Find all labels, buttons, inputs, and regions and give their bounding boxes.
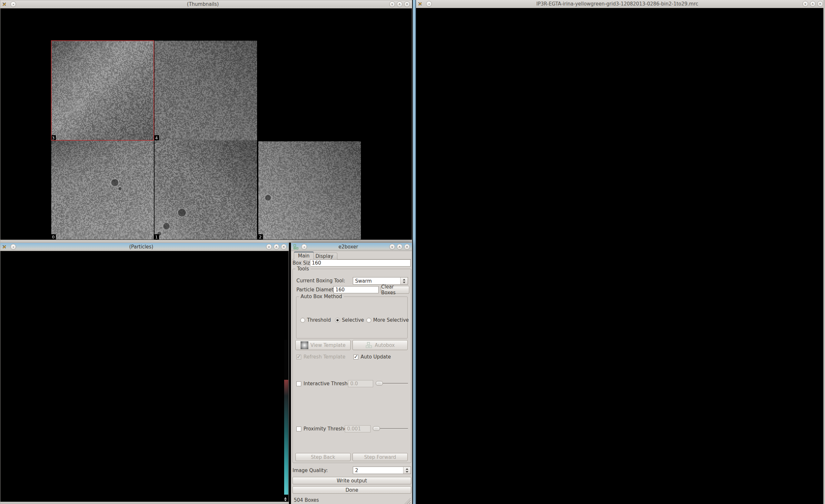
window-menu-button[interactable] bbox=[10, 244, 16, 250]
particles-window-title: (Particles) bbox=[20, 244, 263, 250]
particles-scroll-arrows[interactable] bbox=[284, 497, 287, 501]
radio-more-selective[interactable]: More Selective bbox=[366, 317, 409, 323]
micrograph-window: ✕ IP3R-EGTA-irina-yellowgreen-grid3-1208… bbox=[413, 0, 825, 504]
proximity-threshold-label: Proximity Threshold bbox=[303, 426, 352, 432]
spinner-arrows-icon[interactable] bbox=[400, 278, 408, 284]
maximize-button[interactable]: ∧ bbox=[810, 1, 816, 7]
maximize-button[interactable]: ∧ bbox=[274, 244, 279, 250]
maximize-button[interactable]: ∧ bbox=[397, 1, 402, 7]
more-selective-radio[interactable] bbox=[366, 318, 371, 323]
radio-selective[interactable]: Selective bbox=[335, 317, 364, 323]
window-menu-button[interactable] bbox=[10, 1, 16, 7]
micrograph-titlebar[interactable]: ✕ IP3R-EGTA-irina-yellowgreen-grid3-1208… bbox=[416, 0, 825, 8]
thumbnails-titlebar[interactable]: ✕ (Thumbnails) ∨ ∧ × bbox=[0, 0, 412, 8]
tab-main[interactable]: Main bbox=[294, 252, 314, 260]
template-blob-icon bbox=[301, 341, 308, 349]
box-size-input[interactable]: 160 bbox=[310, 260, 410, 267]
selective-radio-label: Selective bbox=[342, 317, 364, 323]
tab-display[interactable]: Display bbox=[311, 253, 338, 260]
minimize-button[interactable]: ∨ bbox=[266, 244, 272, 250]
particles-window: ✕ (Particles) ∨ ∧ × bbox=[0, 243, 289, 504]
auto-box-method-label: Auto Box Method bbox=[299, 294, 344, 299]
minimize-button[interactable]: ∨ bbox=[389, 244, 395, 250]
close-button[interactable]: × bbox=[404, 244, 410, 250]
refresh-template-checkbox[interactable] bbox=[296, 355, 301, 359]
particle-diameter-input[interactable]: 160 bbox=[333, 286, 379, 293]
proximity-threshold-value[interactable]: 0.001 bbox=[345, 425, 371, 432]
micrograph-image[interactable] bbox=[435, 78, 801, 432]
interactive-threshold-label: Interactive Threshold bbox=[303, 381, 355, 386]
radio-threshold[interactable]: Threshold bbox=[300, 317, 331, 323]
auto-update-checkbox[interactable] bbox=[354, 355, 358, 359]
step-forward-button[interactable]: Step Forward bbox=[353, 453, 408, 461]
clear-boxes-button[interactable]: Clear Boxes bbox=[381, 286, 409, 294]
micrograph-window-title: IP3R-EGTA-irina-yellowgreen-grid3-120820… bbox=[435, 1, 799, 7]
image-quality-value: 2 bbox=[355, 467, 358, 473]
proximity-threshold-slider[interactable] bbox=[373, 426, 408, 431]
window-menu-button[interactable] bbox=[301, 244, 307, 250]
selective-radio[interactable] bbox=[335, 318, 340, 323]
more-selective-radio-label: More Selective bbox=[373, 317, 409, 323]
refresh-template-row[interactable]: Refresh Template bbox=[296, 354, 346, 359]
e2boxer-app-icon bbox=[293, 243, 299, 250]
close-button[interactable]: × bbox=[817, 1, 823, 7]
current-boxing-tool-row: Current Boxing Tool: bbox=[296, 277, 345, 284]
close-button[interactable]: × bbox=[281, 244, 287, 250]
minimize-button[interactable]: ∨ bbox=[389, 1, 395, 7]
autobox-button[interactable]: Autobox bbox=[353, 340, 408, 350]
eman2-app-icon: ✕ bbox=[2, 243, 8, 250]
eman2-app-icon: ✕ bbox=[418, 1, 424, 7]
threshold-radio[interactable] bbox=[300, 318, 305, 323]
proximity-threshold-checkbox[interactable] bbox=[296, 427, 301, 431]
thumbnails-window: ✕ (Thumbnails) ∨ ∧ × bbox=[0, 0, 412, 243]
micrograph-thumbnail-4[interactable] bbox=[154, 41, 257, 140]
desktop: ✕ IP3R-EGTA-irina-yellowgreen-grid3-1208… bbox=[0, 0, 825, 504]
interactive-threshold-value[interactable]: 0.0 bbox=[348, 380, 373, 387]
tab-bar: Main Display bbox=[292, 252, 411, 260]
image-quality-spinbox[interactable]: 2 bbox=[353, 466, 411, 474]
spinner-arrows-icon[interactable] bbox=[403, 467, 410, 474]
e2boxer-titlebar[interactable]: e2boxer ∨ ∧ × bbox=[291, 243, 412, 251]
current-boxing-tool-value: Swarm bbox=[355, 278, 372, 284]
done-button[interactable]: Done bbox=[293, 486, 411, 494]
eman2-app-icon: ✕ bbox=[2, 1, 8, 7]
thumbnails-window-title: (Thumbnails) bbox=[20, 1, 386, 7]
autobox-label: Autobox bbox=[375, 342, 395, 348]
particles-scrollbar[interactable] bbox=[284, 340, 288, 497]
micrograph-thumbnail-1[interactable] bbox=[154, 140, 257, 239]
micrograph-thumbnail-0[interactable] bbox=[51, 140, 154, 239]
auto-update-label: Auto Update bbox=[361, 354, 391, 360]
particle-grid[interactable] bbox=[0, 252, 273, 502]
auto-update-row[interactable]: Auto Update bbox=[354, 354, 391, 359]
interactive-threshold-slider[interactable] bbox=[376, 381, 408, 386]
view-template-button[interactable]: View Template bbox=[295, 340, 351, 350]
resize-grip[interactable] bbox=[404, 498, 410, 504]
window-menu-button[interactable] bbox=[426, 1, 432, 7]
tools-group-label: Tools bbox=[295, 266, 311, 272]
maximize-button[interactable]: ∧ bbox=[397, 244, 402, 250]
image-quality-row: Image Quality: bbox=[293, 466, 328, 474]
current-boxing-tool-select[interactable]: Swarm bbox=[353, 277, 408, 285]
refresh-template-label: Refresh Template bbox=[303, 354, 346, 360]
box-count-status: 504 Boxes bbox=[294, 497, 319, 503]
view-template-label: View Template bbox=[311, 342, 346, 348]
micrograph-thumbnail-3[interactable] bbox=[51, 41, 154, 140]
particles-titlebar[interactable]: ✕ (Particles) ∨ ∧ × bbox=[0, 243, 289, 251]
current-boxing-tool-label: Current Boxing Tool: bbox=[296, 278, 345, 284]
close-button[interactable]: × bbox=[404, 1, 410, 7]
e2boxer-window-title: e2boxer bbox=[311, 244, 386, 250]
window-bottom-border bbox=[0, 240, 412, 242]
proximity-threshold-row: Proximity Threshold bbox=[296, 425, 352, 432]
scroll-up-icon[interactable] bbox=[284, 497, 287, 499]
interactive-threshold-checkbox[interactable] bbox=[296, 381, 301, 386]
slider-handle[interactable] bbox=[376, 381, 383, 385]
write-output-button[interactable]: Write output bbox=[293, 477, 411, 484]
step-back-button[interactable]: Step Back bbox=[295, 453, 351, 461]
slider-handle[interactable] bbox=[373, 426, 380, 431]
particles-scrollbar-thumb[interactable] bbox=[284, 380, 288, 495]
interactive-threshold-row: Interactive Threshold bbox=[296, 380, 355, 387]
micrograph-thumbnail-2[interactable] bbox=[258, 141, 361, 239]
scroll-down-icon[interactable] bbox=[284, 500, 287, 501]
minimize-button[interactable]: ∨ bbox=[803, 1, 808, 7]
window-bottom-border bbox=[0, 502, 289, 504]
